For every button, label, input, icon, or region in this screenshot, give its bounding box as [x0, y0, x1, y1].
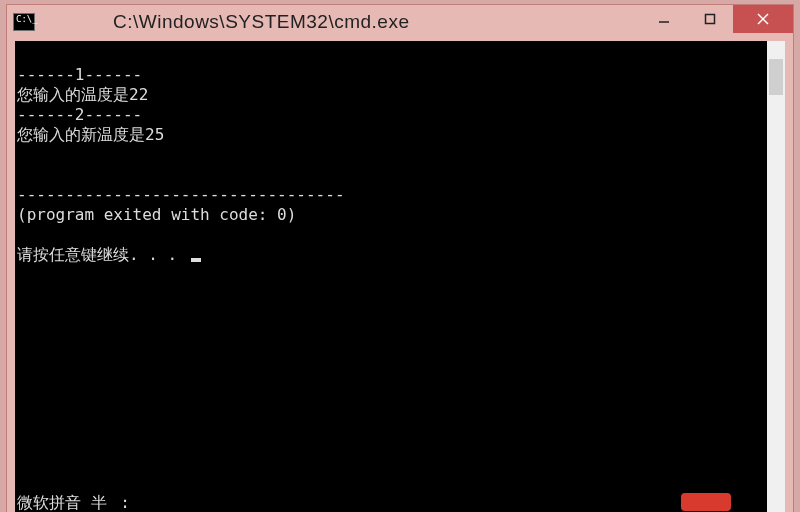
watermark-badge	[681, 493, 731, 511]
close-button[interactable]	[733, 5, 793, 33]
scrollbar-thumb[interactable]	[769, 59, 783, 95]
console-line: (program exited with code: 0)	[17, 205, 296, 224]
cmd-icon	[13, 13, 35, 31]
window-title: C:\Windows\SYSTEM32\cmd.exe	[113, 11, 409, 33]
title-left: C:\Windows\SYSTEM32\cmd.exe	[13, 11, 409, 33]
ime-width: 半 :	[91, 493, 132, 512]
console-line: ------1------	[17, 65, 142, 84]
chevron-down-icon	[771, 499, 781, 509]
console-line: 您输入的温度是22	[17, 85, 148, 104]
client-area: ------1------ 您输入的温度是22 ------2------ 您输…	[15, 41, 785, 512]
scroll-down-button[interactable]	[767, 495, 785, 512]
minimize-button[interactable]	[641, 5, 687, 33]
vertical-scrollbar[interactable]	[767, 41, 785, 512]
cmd-window: C:\Windows\SYSTEM32\cmd.exe ------1-----…	[6, 4, 794, 512]
console-line: ------2------	[17, 105, 142, 124]
maximize-icon	[704, 13, 716, 25]
console-output[interactable]: ------1------ 您输入的温度是22 ------2------ 您输…	[15, 41, 767, 512]
scroll-up-button[interactable]	[767, 41, 785, 59]
svg-rect-1	[706, 15, 715, 24]
maximize-button[interactable]	[687, 5, 733, 33]
console-line: 您输入的新温度是25	[17, 125, 164, 144]
close-icon	[757, 13, 769, 25]
scrollbar-track[interactable]	[767, 59, 785, 495]
console-line: 请按任意键继续. . .	[17, 245, 187, 264]
chevron-up-icon	[771, 45, 781, 55]
text-cursor	[191, 258, 201, 262]
minimize-icon	[658, 13, 670, 25]
ime-method: 微软拼音	[17, 493, 81, 512]
titlebar[interactable]: C:\Windows\SYSTEM32\cmd.exe	[7, 5, 793, 39]
console-line: ----------------------------------	[17, 185, 345, 204]
ime-status: 微软拼音 半 :	[17, 493, 132, 512]
window-controls	[641, 5, 793, 39]
